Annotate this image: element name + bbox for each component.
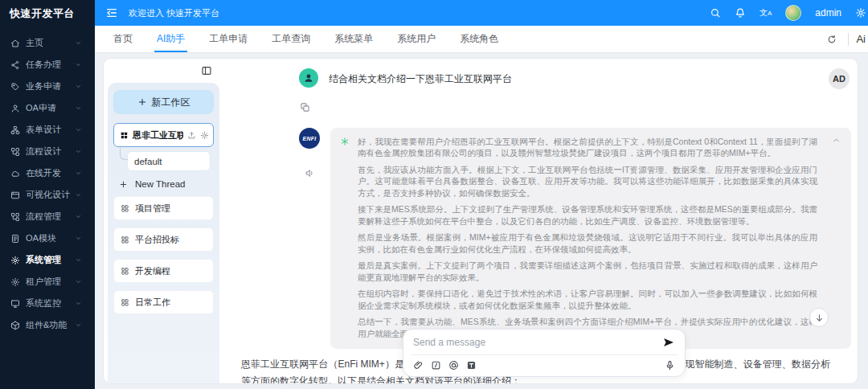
gear-icon[interactable]: [855, 7, 866, 18]
scroll-down-button[interactable]: [809, 308, 829, 327]
active-workspace-item[interactable]: 恩非工业互联网平台: [113, 123, 214, 147]
sidebar-item[interactable]: 流程设计: [0, 141, 95, 162]
sidebar-item-label: 租户管理: [26, 276, 72, 288]
tab[interactable]: 工单申请: [197, 26, 260, 52]
document-icon: [10, 234, 20, 244]
sidebar-item-label: 系统监控: [26, 297, 72, 309]
thread-item-default[interactable]: default: [127, 151, 211, 171]
menu-collapse-icon[interactable]: [105, 6, 118, 19]
workspace-item[interactable]: 开发编程: [113, 259, 214, 283]
chevron-down-icon: [75, 148, 82, 155]
sidebar-item[interactable]: OA申请: [0, 97, 95, 119]
share-icon: [10, 60, 20, 70]
sidebar-item-label: 表单设计: [26, 124, 72, 136]
thinking-paragraph: 在组织内容时，要保持口语化，避免过于技术性的术语，让客户容易理解。同时，可以加入…: [358, 288, 817, 311]
chevron-down-icon: [75, 61, 82, 68]
grid-filled-icon: [120, 131, 129, 140]
workspace-item[interactable]: 项目管理: [113, 196, 214, 220]
message-input[interactable]: [413, 337, 656, 348]
workspace-item-label: 日常工作: [135, 297, 170, 309]
sidebar-item-label: OA模块: [26, 232, 72, 244]
welcome-text: 欢迎进入 快速开发平台: [129, 7, 219, 19]
username[interactable]: admin: [815, 7, 841, 18]
tab[interactable]: 工单查询: [260, 26, 322, 52]
sidebar-item[interactable]: 租户管理: [0, 271, 95, 293]
translate-icon[interactable]: 文A: [760, 9, 772, 17]
sidebar-item[interactable]: 表单设计: [0, 119, 95, 141]
mic-icon[interactable]: [665, 360, 675, 371]
sidebar-item[interactable]: 任务办理: [0, 54, 95, 76]
copy-icon[interactable]: [300, 102, 310, 113]
sidebar-item-label: OA申请: [26, 102, 72, 114]
search-icon[interactable]: [710, 7, 721, 18]
grid-outline-icon: [121, 204, 129, 213]
ai-side-tag[interactable]: Ai: [856, 33, 868, 45]
mention-icon[interactable]: [448, 360, 459, 371]
bell-icon[interactable]: [735, 7, 746, 18]
gear-icon[interactable]: [200, 131, 209, 140]
user-avatar[interactable]: [785, 5, 801, 21]
code-slash-icon[interactable]: [431, 360, 441, 371]
sidebar-item-label: 任务办理: [26, 59, 72, 71]
chevron-up-icon[interactable]: [832, 136, 841, 145]
user-message: 结合相关文档介绍一下恩菲工业互联网平台: [299, 68, 822, 88]
workspace-item[interactable]: 平台招投标: [113, 227, 214, 252]
tab[interactable]: 系统菜单: [322, 26, 385, 52]
thinking-paragraph: 最后是真实案例。上下文提到了两个项目，我需要详细描述这两个案例，包括项目背景、实…: [358, 260, 817, 283]
user-icon: [10, 104, 20, 113]
chevron-down-icon: [75, 321, 82, 329]
workspace-list: 新工作区 恩非工业互联网平台 default New Thread 项目管理: [108, 83, 219, 383]
chevron-down-icon: [75, 300, 82, 307]
tab-label: 系统角色: [460, 32, 498, 46]
send-icon[interactable]: [662, 336, 675, 349]
tag-icon: [10, 82, 20, 92]
chevron-down-icon: [75, 213, 82, 220]
workspace-name: 恩非工业互联网平台: [133, 129, 183, 141]
tab-label: 工单查询: [272, 32, 310, 46]
upload-icon[interactable]: [187, 131, 196, 140]
tabbar: 首页 AI助手 工单申请 工单查询 系统菜单 系统用户 系统角色 Ai: [95, 26, 868, 53]
tab[interactable]: AI助手: [145, 26, 197, 52]
window-icon: [10, 190, 20, 200]
refresh-icon[interactable]: [823, 34, 841, 45]
divider: [848, 33, 849, 46]
tab[interactable]: 系统角色: [448, 26, 510, 52]
workspace-item[interactable]: 日常工作: [113, 290, 214, 314]
new-thread-button[interactable]: New Thread: [119, 179, 212, 189]
sidebar-item[interactable]: 可视化设计: [0, 184, 95, 206]
tab[interactable]: 首页: [101, 26, 145, 52]
speaker-icon[interactable]: [305, 168, 315, 178]
tab-label: AI助手: [157, 32, 185, 46]
tab[interactable]: 系统用户: [385, 26, 448, 52]
sidebar-item[interactable]: 系统管理: [0, 249, 95, 271]
topbar: 欢迎进入 快速开发平台 文A admin: [95, 0, 868, 26]
sidebar-item[interactable]: 业务申请: [0, 76, 95, 97]
sidebar-item-label: 业务申请: [26, 80, 72, 92]
sidebar-item[interactable]: 组件&功能: [0, 314, 95, 336]
tab-label: 首页: [113, 32, 133, 46]
paperclip-icon[interactable]: [413, 360, 424, 371]
user-message-avatar: [299, 68, 318, 88]
chevron-down-icon: [75, 83, 82, 90]
sidebar-item[interactable]: 主页: [0, 32, 95, 54]
sidebar-item[interactable]: 系统监控: [0, 293, 95, 314]
workspace-item-label: 项目管理: [135, 203, 170, 215]
sidebar-item-label: 可视化设计: [26, 189, 72, 201]
new-workspace-button[interactable]: 新工作区: [113, 90, 214, 114]
sidebar-item-label: 系统管理: [26, 254, 72, 266]
workspace-panel: 新工作区 恩非工业互联网平台 default New Thread 项目管理: [104, 59, 222, 383]
assistant-avatar: ENFI: [299, 128, 320, 149]
assistant-message: ENFI 好，我现在需要帮用户介绍恩菲的工业互联网平台。根据之前提供的上下文，特…: [299, 128, 851, 349]
sidebar-item[interactable]: 在线开发: [0, 162, 95, 184]
sidebar-item-label: 流程管理: [26, 211, 72, 223]
sidebar-item[interactable]: OA模块: [0, 227, 95, 249]
thinking-paragraph: 接下来是MES系统部分。上下文提到了生产管理系统、设备管理系统和安环管理系统，这…: [358, 203, 817, 227]
flow-icon: [10, 147, 20, 157]
app-title: 快速开发平台: [0, 0, 95, 27]
text-format-icon[interactable]: [466, 360, 477, 371]
tabs: 首页 AI助手 工单申请 工单查询 系统菜单 系统用户 系统角色: [101, 26, 510, 52]
sidebar-item[interactable]: 流程管理: [0, 206, 95, 227]
profile-badge[interactable]: AD: [829, 68, 850, 89]
panel-collapse-icon[interactable]: [201, 65, 212, 76]
chevron-down-icon: [75, 256, 82, 264]
